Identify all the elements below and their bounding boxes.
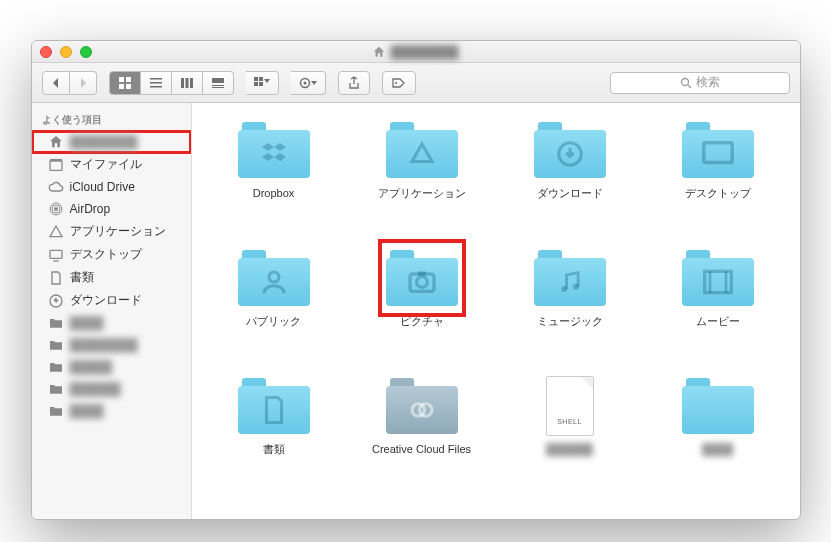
desktop-icon <box>48 247 64 263</box>
svg-point-34 <box>416 277 427 288</box>
sidebar-item[interactable]: ████ <box>32 400 191 422</box>
close-button[interactable] <box>40 46 52 58</box>
myfiles-icon <box>48 157 64 173</box>
sidebar-item[interactable]: AirDrop <box>32 198 191 220</box>
svg-rect-2 <box>119 84 124 89</box>
content-grid[interactable]: Dropboxアプリケーションダウンロードデスクトップパブリックピクチャミュージ… <box>192 103 800 519</box>
folder-icon <box>48 359 64 375</box>
action-button[interactable] <box>291 71 326 95</box>
item-label: アプリケーション <box>378 187 466 200</box>
svg-rect-22 <box>50 161 62 170</box>
window-controls <box>40 46 92 58</box>
columns-icon <box>180 76 194 90</box>
grid-item[interactable]: デスクトップ <box>648 113 788 233</box>
column-view-button[interactable] <box>172 71 203 95</box>
item-label: ██████ <box>546 443 593 456</box>
sidebar-item-label: iCloud Drive <box>70 180 135 194</box>
sidebar-item-label: ████████ <box>70 338 138 352</box>
sidebar-item[interactable]: アプリケーション <box>32 220 191 243</box>
grid-item[interactable]: Creative Cloud Files <box>352 369 492 489</box>
sidebar-item[interactable]: ████████ <box>32 131 191 153</box>
list-view-button[interactable] <box>141 71 172 95</box>
svg-line-21 <box>688 85 691 88</box>
sidebar-item[interactable]: 書類 <box>32 266 191 289</box>
sidebar-item-label: ██████ <box>70 382 121 396</box>
back-button[interactable] <box>42 71 70 95</box>
arrange-group <box>246 71 279 95</box>
folder-icon <box>386 122 458 178</box>
svg-rect-8 <box>185 78 188 88</box>
search-input[interactable]: 検索 <box>610 72 790 94</box>
coverflow-view-button[interactable] <box>203 71 234 95</box>
svg-rect-6 <box>150 86 162 88</box>
airdrop-icon <box>48 201 64 217</box>
minimize-button[interactable] <box>60 46 72 58</box>
grid-item[interactable]: パブリック <box>204 241 344 361</box>
grid-item[interactable]: SHELL██████ <box>500 369 640 489</box>
grid-item[interactable]: Dropbox <box>204 113 344 233</box>
svg-point-37 <box>572 284 578 290</box>
grid-item[interactable]: アプリケーション <box>352 113 492 233</box>
sidebar-item-label: AirDrop <box>70 202 111 216</box>
chevron-right-icon <box>78 77 88 89</box>
forward-button[interactable] <box>70 71 97 95</box>
svg-rect-16 <box>259 82 263 86</box>
svg-rect-9 <box>190 78 193 88</box>
folder-icon <box>682 378 754 434</box>
nav-buttons <box>42 71 97 95</box>
item-label: ミュージック <box>537 315 603 328</box>
svg-rect-13 <box>254 77 258 81</box>
svg-point-36 <box>561 286 567 292</box>
search-placeholder: 検索 <box>696 74 720 91</box>
zoom-button[interactable] <box>80 46 92 58</box>
grid-item[interactable]: ピクチャ <box>352 241 492 361</box>
grid-item[interactable]: 書類 <box>204 369 344 489</box>
sidebar-item[interactable]: マイファイル <box>32 153 191 176</box>
sidebar-item[interactable]: デスクトップ <box>32 243 191 266</box>
grid-item[interactable]: ミュージック <box>500 241 640 361</box>
arrange-button[interactable] <box>246 71 279 95</box>
svg-rect-1 <box>126 77 131 82</box>
folder-icon <box>238 122 310 178</box>
sidebar-item-label: ████████ <box>70 135 138 149</box>
sidebar-item[interactable]: ████ <box>32 312 191 334</box>
home-icon <box>48 134 64 150</box>
sidebar-item[interactable]: ██████ <box>32 378 191 400</box>
grid-item[interactable]: ████ <box>648 369 788 489</box>
finder-window: ████████ <box>31 40 801 520</box>
titlebar[interactable]: ████████ <box>32 41 800 63</box>
svg-rect-27 <box>50 250 62 258</box>
coverflow-icon <box>211 76 225 90</box>
svg-point-19 <box>395 82 397 84</box>
grid-item[interactable]: ムービー <box>648 241 788 361</box>
sidebar-item[interactable]: █████ <box>32 356 191 378</box>
folder-icon <box>48 315 64 331</box>
folder-icon <box>386 378 458 434</box>
svg-rect-4 <box>150 78 162 80</box>
list-icon <box>149 76 163 90</box>
grid-item[interactable]: ダウンロード <box>500 113 640 233</box>
svg-point-24 <box>54 207 58 211</box>
sidebar: よく使う項目 ████████マイファイルiCloud DriveAirDrop… <box>32 103 192 519</box>
search-icon <box>680 77 692 89</box>
icon-view-button[interactable] <box>109 71 141 95</box>
svg-rect-5 <box>150 82 162 84</box>
sidebar-item[interactable]: ダウンロード <box>32 289 191 312</box>
item-label: ピクチャ <box>400 315 444 328</box>
sidebar-item[interactable]: iCloud Drive <box>32 176 191 198</box>
sidebar-item[interactable]: ████████ <box>32 334 191 356</box>
folder-icon <box>48 337 64 353</box>
folder-icon <box>48 381 64 397</box>
item-label: ムービー <box>696 315 740 328</box>
sidebar-item-label: 書類 <box>70 269 94 286</box>
folder-icon <box>534 122 606 178</box>
item-label: Dropbox <box>253 187 295 200</box>
svg-rect-15 <box>254 82 258 86</box>
item-label: パブリック <box>246 315 301 328</box>
chevron-left-icon <box>51 77 61 89</box>
tags-button[interactable] <box>382 71 416 95</box>
share-button[interactable] <box>338 71 370 95</box>
download-icon <box>48 293 64 309</box>
svg-rect-31 <box>703 143 731 163</box>
svg-rect-11 <box>212 85 224 86</box>
